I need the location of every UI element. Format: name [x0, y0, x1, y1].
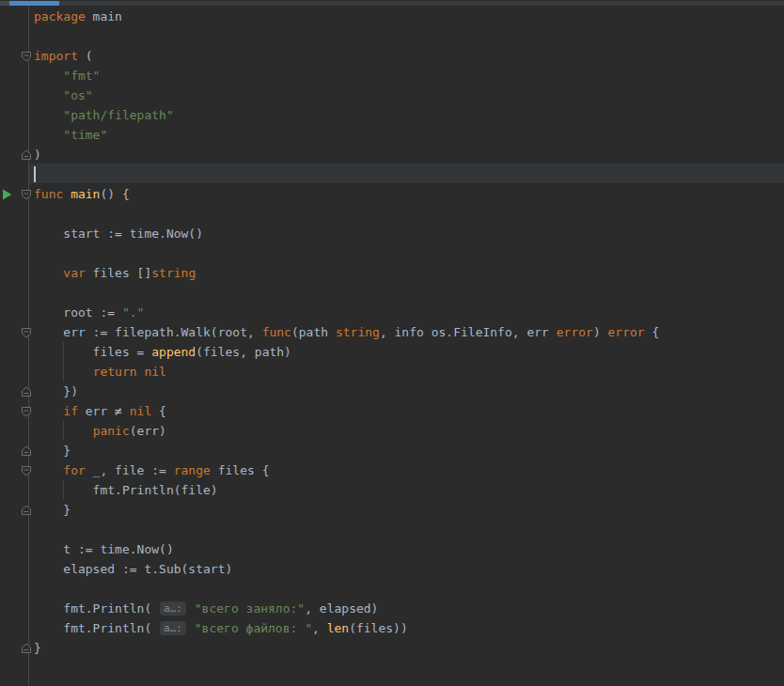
code-line[interactable]: "fmt" [34, 66, 659, 86]
parameter-inlay-hint-badge[interactable]: a…: [160, 601, 186, 616]
code-token[interactable] [34, 108, 63, 122]
code-token[interactable]: nil [130, 404, 151, 418]
code-token[interactable]: , elapsed) [305, 601, 378, 616]
code-token[interactable]: range [174, 463, 211, 477]
code-token[interactable]: import [34, 49, 78, 63]
code-line[interactable]: } [34, 500, 659, 520]
code-token[interactable]: fmt.Println( [34, 621, 159, 635]
code-token[interactable]: } [34, 503, 71, 517]
code-token[interactable]: for [63, 463, 85, 477]
code-token[interactable]: (files)) [349, 621, 408, 635]
code-token[interactable]: } [34, 444, 71, 458]
code-token[interactable]: fmt.Println(file) [34, 483, 218, 497]
code-token[interactable]: t := time.Now() [34, 542, 174, 556]
code-token[interactable]: start := time.Now() [34, 226, 203, 241]
fold-collapse-icon[interactable] [21, 327, 32, 338]
code-editor-area[interactable]: package mainimport ( "fmt" "os" "path/fi… [0, 6, 784, 686]
code-line[interactable] [34, 658, 659, 678]
code-token[interactable]: "path/filepath" [63, 108, 173, 122]
code-token[interactable]: (files, path) [196, 345, 291, 359]
code-line[interactable]: "path/filepath" [34, 105, 659, 125]
code-token[interactable]: var [63, 266, 85, 280]
code-token[interactable]: elapsed := t.Sub(start) [34, 562, 232, 576]
fold-end-icon[interactable] [21, 643, 32, 654]
code-token[interactable]: string [336, 325, 380, 339]
code-line[interactable]: files = append(files, path) [34, 342, 659, 362]
code-token[interactable]: fmt.Println( [34, 601, 159, 616]
code-line[interactable]: import ( [34, 46, 659, 66]
code-token[interactable]: files [] [86, 266, 151, 280]
code-token[interactable] [34, 69, 63, 83]
code-token[interactable] [187, 601, 195, 616]
code-token[interactable]: files { [211, 463, 270, 477]
code-token[interactable] [187, 621, 195, 635]
code-line[interactable]: if err ≠ nil { [34, 401, 659, 421]
code-token[interactable]: error [608, 325, 645, 339]
code-line[interactable]: root := "." [34, 303, 659, 322]
code-token[interactable]: "всего файлов: " [195, 621, 312, 635]
code-token[interactable]: len [327, 621, 349, 635]
code-line[interactable]: ) [34, 145, 659, 164]
code-line[interactable] [34, 283, 659, 303]
fold-end-icon[interactable] [21, 149, 32, 161]
code-token[interactable]: }) [34, 384, 78, 398]
code-line[interactable]: t := time.Now() [34, 539, 659, 559]
code-line[interactable]: fmt.Println( a…: "всего файлов: ", len(f… [34, 618, 659, 638]
fold-end-icon[interactable] [21, 386, 32, 398]
code-token[interactable]: { [151, 404, 166, 418]
code-token[interactable]: return [93, 365, 137, 379]
code-token[interactable]: , [312, 621, 327, 635]
code-token[interactable] [34, 404, 63, 418]
code-token[interactable]: ) [34, 148, 41, 162]
code-line[interactable]: start := time.Now() [34, 224, 659, 243]
code-token[interactable]: "." [122, 305, 144, 320]
code-token[interactable]: (err) [130, 424, 166, 438]
code-line[interactable] [34, 520, 659, 539]
code-line[interactable] [34, 164, 659, 184]
parameter-inlay-hint-badge[interactable]: a…: [160, 621, 186, 635]
code-token[interactable]: append [151, 345, 196, 359]
code-token[interactable]: func [34, 187, 63, 201]
code-line[interactable]: panic(err) [34, 421, 659, 441]
code-token[interactable] [34, 266, 63, 280]
code-token[interactable]: err := filepath.Walk(root, [34, 325, 262, 339]
code-line[interactable]: fmt.Println( a…: "всего заняло:", elapse… [34, 599, 659, 618]
code-token[interactable]: main [71, 187, 100, 201]
code-line[interactable]: var files []string [34, 263, 659, 283]
code-token[interactable]: (path [291, 325, 336, 339]
code-line[interactable]: return nil [34, 362, 659, 382]
code-token[interactable]: nil [144, 365, 165, 379]
fold-collapse-icon[interactable] [21, 51, 32, 62]
code-token[interactable]: if [63, 404, 78, 418]
fold-collapse-icon[interactable] [21, 406, 32, 417]
code-line[interactable]: elapsed := t.Sub(start) [34, 559, 659, 579]
code-line[interactable]: "os" [34, 86, 659, 105]
code-token[interactable] [34, 128, 63, 142]
code-token[interactable]: error [557, 325, 593, 339]
code-token[interactable]: ) [593, 325, 608, 339]
code-line[interactable]: for _, file := range files { [34, 460, 659, 480]
code-token[interactable]: string [151, 266, 196, 280]
code-line[interactable] [34, 243, 659, 263]
code-token[interactable]: panic [93, 424, 130, 438]
code-line[interactable] [34, 579, 659, 599]
code-line[interactable]: err := filepath.Walk(root, func(path str… [34, 322, 659, 342]
code-line[interactable] [34, 204, 659, 224]
fold-collapse-icon[interactable] [21, 189, 32, 200]
fold-end-icon[interactable] [21, 445, 32, 457]
code-token[interactable]: package [34, 9, 86, 23]
code-line[interactable] [34, 26, 659, 46]
code-token[interactable]: root := [34, 305, 122, 320]
code-line[interactable]: "time" [34, 125, 659, 145]
code-token[interactable]: { [645, 325, 660, 339]
code-token[interactable]: , info os.FileInfo, err [380, 325, 557, 339]
code-token[interactable]: () { [100, 187, 129, 201]
code-token[interactable]: "всего заняло:" [195, 601, 305, 616]
code-text[interactable]: package mainimport ( "fmt" "os" "path/fi… [34, 7, 659, 678]
code-line[interactable]: func main() { [34, 184, 659, 204]
run-main-gutter-icon[interactable] [3, 189, 12, 200]
code-token[interactable]: files = [34, 345, 151, 359]
code-line[interactable]: package main [34, 7, 659, 26]
fold-end-icon[interactable] [21, 505, 32, 516]
code-token[interactable] [34, 88, 63, 102]
